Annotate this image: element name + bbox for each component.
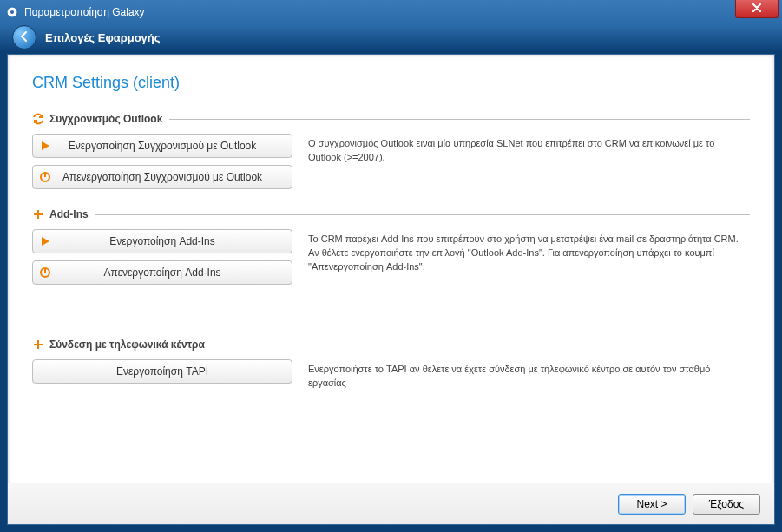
group-title-addins: Add-Ins: [49, 208, 89, 220]
divider: [95, 214, 750, 215]
arrow-left-icon: [18, 30, 30, 45]
enable-outlook-sync-label: Ενεργοποίηση Συγχρονισμού με Outlook: [57, 140, 292, 152]
group-header-addins: Add-Ins: [32, 208, 750, 220]
addins-desc: Το CRM παρέχει Add-Ins που επιτρέπουν στ…: [308, 229, 750, 274]
enable-addins-button[interactable]: Ενεργοποίηση Add-Ins: [32, 229, 292, 253]
group-body-outlook: Ενεργοποίηση Συγχρονισμού με Outlook Απε…: [32, 134, 750, 189]
svg-point-1: [10, 10, 14, 14]
play-icon: [33, 230, 57, 253]
divider: [212, 345, 750, 345]
plus-icon: [32, 208, 44, 220]
enable-outlook-sync-button[interactable]: Ενεργοποίηση Συγχρονισμού με Outlook: [32, 134, 292, 158]
disable-addins-button[interactable]: Απενεργοποίηση Add-Ins: [32, 260, 292, 285]
button-column-addins: Ενεργοποίηση Add-Ins Απενεργοποίηση Add-…: [32, 229, 292, 285]
group-title-outlook: Συγχρονισμός Outlook: [49, 113, 162, 125]
disable-outlook-sync-label: Απενεργοποίηση Συγχρονισμού με Outlook: [57, 171, 292, 183]
titlebar: Παραμετροποίηση Galaxy: [0, 0, 782, 24]
button-column-tapi: Ενεργοποίηση TAPI: [32, 359, 292, 384]
enable-addins-label: Ενεργοποίηση Add-Ins: [57, 235, 292, 247]
blank-icon: [33, 360, 57, 383]
close-icon: [752, 3, 761, 15]
spacer: [32, 304, 750, 338]
group-title-tapi: Σύνδεση με τηλεφωνικά κέντρα: [49, 338, 205, 351]
window-title: Παραμετροποίηση Galaxy: [24, 6, 145, 18]
group-outlook-sync: Συγχρονισμός Outlook Ενεργοποίηση Συγχρο…: [32, 113, 750, 189]
disable-addins-label: Απενεργοποίηση Add-Ins: [57, 266, 292, 279]
group-tapi: Σύνδεση με τηλεφωνικά κέντρα Ενεργοποίησ…: [32, 338, 750, 391]
divider: [169, 119, 750, 120]
tapi-desc: Ενεργοποιήστε το TAPI αν θέλετε να έχετε…: [308, 359, 750, 391]
enable-tapi-label: Ενεργοποίηση TAPI: [57, 365, 292, 378]
group-header-tapi: Σύνδεση με τηλεφωνικά κέντρα: [32, 338, 750, 351]
outlook-desc: Ο συγχρονισμός Outlook ειναι μία υπηρεσί…: [308, 134, 750, 165]
sync-icon: [32, 113, 44, 125]
power-icon: [33, 261, 57, 284]
exit-button[interactable]: Έξοδος: [693, 494, 760, 515]
group-body-tapi: Ενεργοποίηση TAPI Ενεργοποιήστε το TAPI …: [32, 359, 750, 391]
window-root: Παραμετροποίηση Galaxy Επιλογές Εφαρμογή…: [0, 0, 782, 532]
group-addins: Add-Ins Ενεργοποίηση Add-Ins: [32, 208, 750, 285]
button-column-outlook: Ενεργοποίηση Συγχρονισμού με Outlook Απε…: [32, 134, 292, 189]
group-header-outlook: Συγχρονισμός Outlook: [32, 113, 750, 125]
disable-outlook-sync-button[interactable]: Απενεργοποίηση Συγχρονισμού με Outlook: [32, 165, 292, 189]
app-icon: [5, 5, 19, 19]
subheader-title: Επιλογές Εφαρμογής: [45, 31, 161, 44]
footer: Next > Έξοδος: [8, 483, 774, 524]
plus-icon: [32, 338, 44, 351]
back-button[interactable]: [12, 25, 36, 49]
play-icon: [33, 135, 57, 157]
next-button[interactable]: Next >: [618, 494, 686, 515]
content-panel: CRM Settings (client) Συγχρονισμός Outlo…: [7, 54, 775, 525]
power-icon: [33, 166, 57, 188]
svg-marker-2: [42, 141, 49, 150]
subheader: Επιλογές Εφαρμογής: [0, 24, 782, 50]
close-button[interactable]: [735, 0, 779, 18]
group-body-addins: Ενεργοποίηση Add-Ins Απενεργοποίηση Add-…: [32, 229, 750, 285]
enable-tapi-button[interactable]: Ενεργοποίηση TAPI: [32, 359, 292, 384]
svg-marker-7: [42, 237, 49, 246]
page-title: CRM Settings (client): [32, 74, 750, 92]
